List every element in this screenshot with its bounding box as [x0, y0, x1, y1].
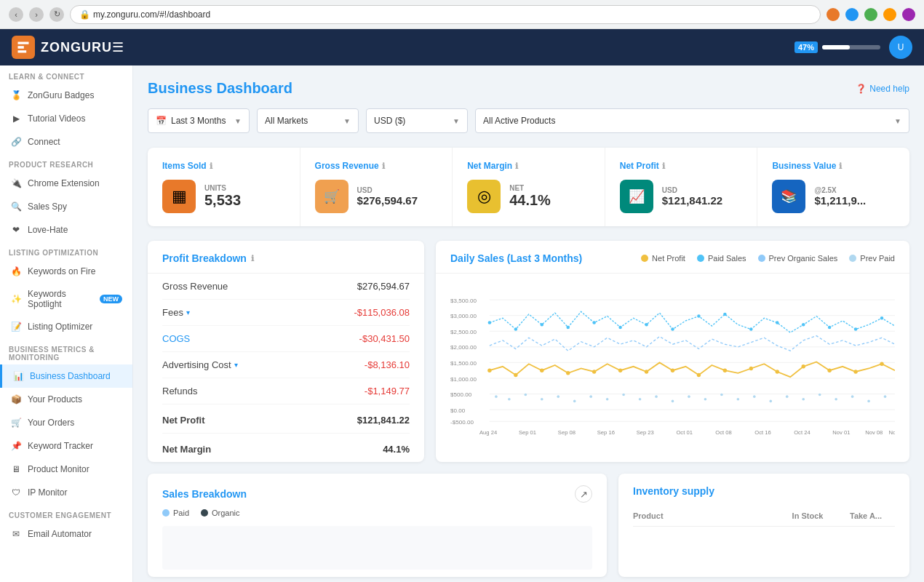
sidebar-item-email-automator[interactable]: ✉ Email Automator	[0, 522, 132, 546]
svg-point-45	[776, 370, 779, 373]
svg-point-42	[697, 373, 701, 377]
sales-breakdown-chart-placeholder	[162, 526, 592, 570]
svg-point-23	[618, 326, 621, 329]
products-filter[interactable]: All Active Products ▼	[475, 108, 909, 133]
orders-icon: 🛒	[10, 417, 22, 428]
sidebar-item-listing-optimizer[interactable]: 📝 Listing Optimizer	[0, 315, 132, 338]
svg-point-25	[671, 327, 674, 330]
calendar-icon: 📅	[156, 116, 167, 126]
svg-text:Aug 24: Aug 24	[479, 429, 498, 436]
info-icon: ℹ	[210, 162, 212, 171]
sidebar-item-keywords-fire[interactable]: 🔥 Keywords on Fire	[0, 260, 132, 283]
svg-point-68	[786, 395, 789, 398]
svg-text:$1,000.00: $1,000.00	[450, 376, 477, 383]
stat-label: NET	[509, 184, 551, 192]
breakdown-value: -$1,149.77	[365, 386, 410, 396]
sidebar-item-label: Sales Spy	[28, 202, 67, 212]
market-filter[interactable]: All Markets ▼	[257, 108, 359, 133]
svg-point-53	[541, 398, 543, 401]
breakdown-label: Net Profit	[162, 415, 205, 426]
breakdown-row-refunds: Refunds -$1,149.77	[162, 378, 410, 404]
svg-point-60	[655, 395, 658, 398]
panel-title: Sales Breakdown	[162, 488, 247, 500]
cogs-link[interactable]: COGS	[162, 333, 190, 344]
svg-point-64	[720, 394, 723, 396]
sidebar-item-your-products[interactable]: 📦 Your Products	[0, 388, 132, 411]
app-header: ZONGURU ☰ 47% U	[0, 29, 924, 65]
svg-point-51	[508, 398, 511, 401]
sidebar-item-label: Your Products	[28, 394, 82, 404]
svg-point-43	[723, 368, 727, 372]
stat-content: 📈 USD $121,841.22	[620, 180, 743, 213]
stat-label: @2.5X	[814, 186, 866, 194]
svg-point-44	[749, 367, 753, 370]
svg-point-39	[618, 368, 622, 372]
sidebar-item-keywords-spotlight[interactable]: ✨ Keywords Spotlight NEW	[0, 283, 132, 315]
sidebar-item-your-orders[interactable]: 🛒 Your Orders	[0, 411, 132, 434]
svg-point-29	[776, 321, 778, 324]
svg-point-73	[867, 400, 870, 403]
legend-dot	[697, 255, 704, 262]
sidebar-item-connect[interactable]: 🔗 Connect	[0, 130, 132, 154]
sidebar-item-tutorial-videos[interactable]: ▶ Tutorial Videos	[0, 107, 132, 130]
date-range-filter[interactable]: 📅 Last 3 Months ▼	[148, 108, 250, 133]
legend-dot	[849, 255, 856, 262]
svg-point-59	[639, 398, 642, 401]
stat-values: USD $121,841.22	[662, 186, 722, 207]
sidebar-item-love-hate[interactable]: ❤ Love-Hate	[0, 218, 132, 242]
gross-revenue-icon: 🛒	[315, 180, 349, 213]
svg-text:Nov: Nov	[888, 429, 895, 436]
fire-icon: 🔥	[10, 266, 22, 277]
sidebar-item-label: Love-Hate	[28, 225, 68, 235]
sidebar-item-sales-spy[interactable]: 🔍 Sales Spy	[0, 195, 132, 218]
svg-text:-$500.00: -$500.00	[450, 419, 474, 426]
user-avatar[interactable]: U	[889, 36, 912, 59]
forward-button[interactable]: ›	[29, 7, 44, 22]
back-button[interactable]: ‹	[9, 7, 23, 22]
breakdown-value: -$115,036.08	[354, 307, 410, 318]
url-bar[interactable]: 🔒 my.zonguru.com/#!/dashboard	[70, 5, 821, 24]
stat-label: UNITS	[204, 184, 241, 192]
col-in-stock: In Stock	[778, 511, 837, 520]
svg-point-19	[514, 327, 517, 330]
chevron-down-icon: ▼	[894, 117, 901, 125]
svg-text:Nov 08: Nov 08	[865, 429, 883, 436]
svg-point-61	[672, 400, 674, 403]
info-icon: ℹ	[839, 162, 842, 171]
need-help-button[interactable]: ❓ Need help	[856, 84, 909, 94]
currency-filter[interactable]: USD ($) ▼	[366, 108, 468, 133]
svg-point-54	[557, 395, 559, 398]
spotlight-icon: ✨	[10, 293, 22, 305]
breakdown-label: Fees ▾	[162, 307, 190, 318]
stat-content: ▦ UNITS 5,533	[162, 180, 285, 213]
reload-button[interactable]: ↻	[49, 7, 64, 22]
stat-values: NET 44.1%	[509, 184, 551, 209]
expand-button[interactable]: ↗	[575, 485, 592, 503]
sidebar-item-label: Keyword Tracker	[28, 441, 93, 451]
sidebar-item-chrome-extension[interactable]: 🔌 Chrome Extension	[0, 172, 132, 195]
svg-text:Sep 16: Sep 16	[597, 429, 615, 436]
sidebar-item-ip-monitor[interactable]: 🛡 IP Monitor	[0, 481, 132, 504]
svg-point-50	[495, 395, 498, 398]
stat-title: Net Margin ℹ	[467, 161, 590, 171]
hamburger-menu[interactable]: ☰	[112, 39, 124, 55]
breakdown-label: Gross Revenue	[162, 281, 228, 292]
filter-row: 📅 Last 3 Months ▼ All Markets ▼ USD ($) …	[148, 108, 909, 133]
sidebar-item-zonguru-badges[interactable]: 🏅 ZonGuru Badges	[0, 84, 132, 107]
svg-point-72	[851, 395, 854, 398]
sidebar-item-product-monitor[interactable]: 🖥 Product Monitor	[0, 458, 132, 481]
stat-title: Net Profit ℹ	[620, 161, 743, 171]
svg-point-37	[566, 371, 570, 375]
email-icon: ✉	[10, 528, 22, 540]
stat-label: USD	[662, 186, 722, 194]
header-progress: 47%	[794, 41, 880, 53]
extension-icon-1	[827, 8, 840, 21]
stat-value: 5,533	[204, 192, 241, 209]
breakdown-value: $276,594.67	[357, 281, 410, 292]
svg-point-67	[769, 400, 772, 403]
sidebar-item-business-dashboard[interactable]: 📊 Business Dashboard	[0, 364, 132, 388]
monitor-icon: 🖥	[10, 463, 22, 475]
net-margin-icon: ◎	[467, 180, 501, 213]
sidebar-item-keyword-tracker[interactable]: 📌 Keyword Tracker	[0, 434, 132, 458]
sidebar-item-label: ZonGuru Badges	[28, 90, 94, 100]
